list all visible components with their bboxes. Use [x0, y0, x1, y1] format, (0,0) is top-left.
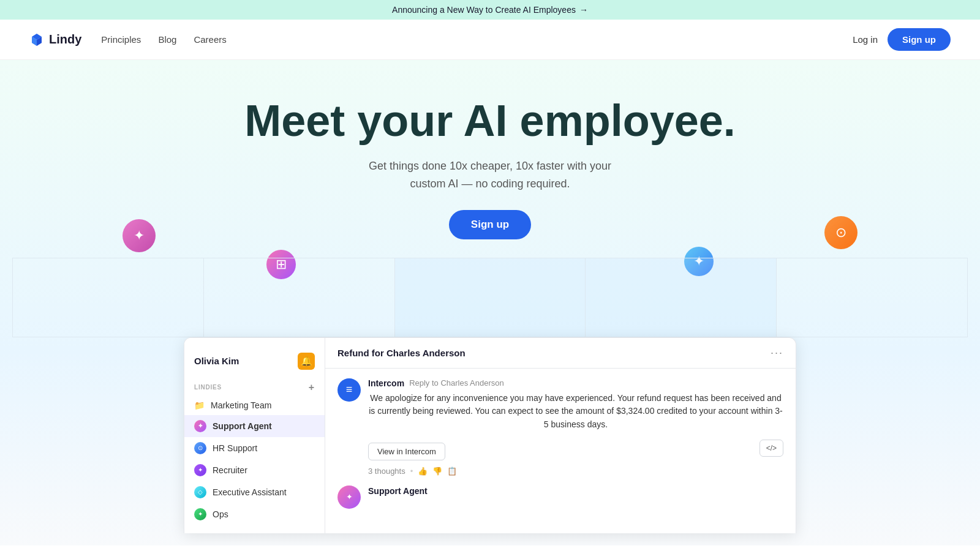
sidebar-user-icon: 🔔: [298, 353, 315, 370]
ops-icon: ✦: [194, 508, 206, 520]
sidebar-header: Olivia Kim 🔔: [184, 348, 325, 377]
nav-link-blog[interactable]: Blog: [158, 34, 176, 45]
message-meta: Intercom Reply to Charles Anderson: [368, 378, 783, 388]
grid-cell-5: [777, 258, 968, 337]
message-area: ≡ Intercom Reply to Charles Anderson We …: [325, 369, 796, 533]
support-agent-name: Support Agent: [368, 486, 428, 496]
hero-heading: Meet your AI employee.: [12, 97, 968, 145]
message-body: Intercom Reply to Charles Anderson We ap…: [368, 378, 783, 476]
message-footer: 3 thoughts • 👍 👎 📋: [368, 467, 783, 476]
sidebar-item-ops[interactable]: ✦ Ops: [184, 503, 325, 525]
sidebar-item-executive-assistant[interactable]: ◇ Executive Assistant: [184, 481, 325, 503]
view-in-intercom-button[interactable]: View in Intercom: [368, 443, 445, 460]
support-agent-icon: ✦: [194, 420, 206, 432]
nav-links: Principles Blog Careers: [101, 34, 226, 45]
sidebar-item-label: HR Support: [213, 443, 257, 453]
thumbs-up-icon[interactable]: 👍: [418, 467, 428, 476]
logo-icon: [29, 32, 44, 47]
hero-grid: [12, 258, 968, 337]
floating-icon-1: ✦: [123, 219, 156, 252]
thoughts-count: 3 thoughts: [368, 467, 405, 476]
sidebar-username: Olivia Kim: [194, 356, 239, 366]
sidebar-item-label: Support Agent: [213, 421, 272, 431]
grid-cell-1: [13, 258, 204, 337]
dot-separator: •: [410, 467, 413, 476]
sidebar-item-hr-support[interactable]: ⊙ HR Support: [184, 437, 325, 459]
content-title: Refund for Charles Anderson: [337, 348, 466, 358]
sidebar-item-label: Ops: [213, 509, 228, 519]
hero-section: Meet your AI employee. Get things done 1…: [0, 60, 980, 545]
sidebar-add-icon[interactable]: +: [309, 382, 315, 393]
nav-link-careers[interactable]: Careers: [194, 34, 226, 45]
app-demo: Olivia Kim 🔔 LINDIES + 📁 Marketing Team …: [184, 337, 796, 533]
grid-cell-3: [395, 258, 586, 337]
hero-subtext: Get things done 10x cheaper, 10x faster …: [12, 157, 968, 193]
support-agent-name-wrapper: Support Agent: [368, 485, 428, 509]
nav-right: Log in Sign up: [853, 28, 951, 51]
sidebar-item-marketing-team[interactable]: 📁 Marketing Team: [184, 395, 325, 415]
nav-left: Lindy Principles Blog Careers: [29, 32, 227, 47]
message-action: Reply to Charles Anderson: [409, 378, 504, 388]
support-agent-avatar: ✦: [337, 485, 361, 509]
more-options-button[interactable]: ···: [771, 347, 783, 359]
signup-button-nav[interactable]: Sign up: [888, 28, 951, 51]
sidebar-item-label: Recruiter: [213, 465, 247, 475]
intercom-message: ≡ Intercom Reply to Charles Anderson We …: [337, 378, 783, 476]
hr-support-icon: ⊙: [194, 442, 206, 454]
content-header: Refund for Charles Anderson ···: [325, 338, 796, 369]
sidebar-item-support-agent[interactable]: ✦ Support Agent: [184, 415, 325, 437]
message-text: We apologize for any inconvenience you m…: [368, 392, 783, 432]
sidebar-item-label: Executive Assistant: [213, 487, 287, 497]
announcement-bar: Announcing a New Way to Create AI Employ…: [0, 0, 980, 20]
executive-assistant-icon: ◇: [194, 486, 206, 498]
nav-link-principles[interactable]: Principles: [101, 34, 141, 45]
main-content: Refund for Charles Anderson ··· ≡ Interc…: [325, 338, 796, 533]
navigation: Lindy Principles Blog Careers Log in Sig…: [0, 20, 980, 60]
announcement-arrow: →: [579, 5, 588, 15]
grid-cell-2: [204, 258, 395, 337]
thumbs-down-icon[interactable]: 👎: [432, 467, 442, 476]
support-agent-message: ✦ Support Agent: [337, 485, 783, 509]
sidebar-item-label: Marketing Team: [211, 400, 271, 410]
announcement-text: Announcing a New Way to Create AI Employ…: [392, 5, 576, 15]
message-sender: Intercom: [368, 378, 404, 388]
logo[interactable]: Lindy: [29, 32, 81, 47]
logo-text: Lindy: [49, 32, 81, 47]
app-sidebar: Olivia Kim 🔔 LINDIES + 📁 Marketing Team …: [184, 338, 325, 533]
grid-cell-4: [586, 258, 777, 337]
hero-signup-button[interactable]: Sign up: [449, 210, 531, 239]
folder-icon: 📁: [194, 400, 205, 410]
login-button[interactable]: Log in: [853, 34, 878, 45]
code-button[interactable]: </>: [760, 440, 783, 457]
copy-icon[interactable]: 📋: [447, 467, 457, 476]
recruiter-icon: ✦: [194, 464, 206, 476]
sidebar-section-label: LINDIES +: [184, 377, 325, 395]
floating-icon-4: ⊙: [824, 216, 858, 249]
intercom-avatar: ≡: [337, 378, 361, 402]
sidebar-item-recruiter[interactable]: ✦ Recruiter: [184, 459, 325, 481]
